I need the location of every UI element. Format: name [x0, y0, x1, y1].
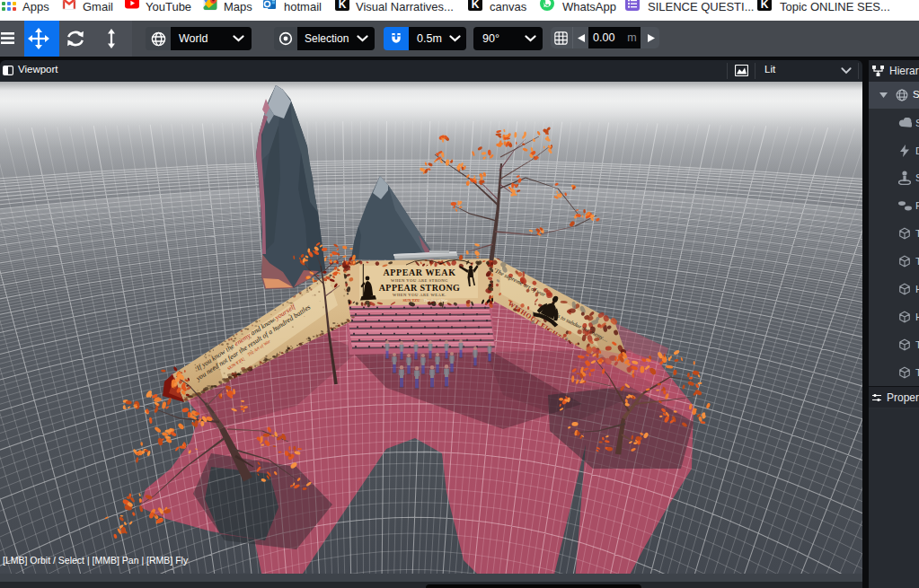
svg-text:K: K [472, 0, 480, 11]
svg-text:The Art of War: The Art of War [423, 298, 447, 303]
svg-text:K: K [339, 0, 347, 11]
svg-text:K: K [761, 0, 769, 11]
svg-text:SUN TZU: SUN TZU [403, 298, 421, 303]
svg-text:WHEN YOU ARE WEAK.: WHEN YOU ARE WEAK. [393, 293, 446, 297]
svg-text:APPEAR STRONG: APPEAR STRONG [379, 283, 460, 293]
svg-text:APPEAR WEAK: APPEAR WEAK [383, 268, 455, 277]
